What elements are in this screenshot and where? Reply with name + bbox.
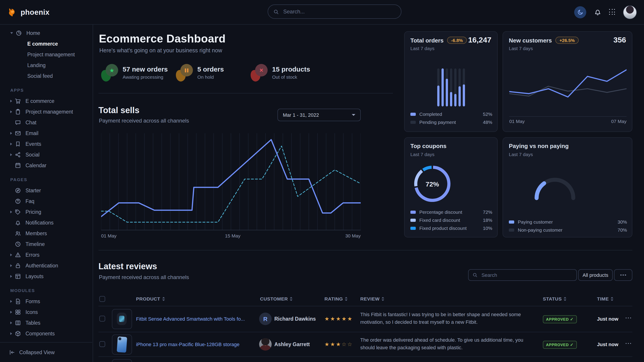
- sidebar-item-timeline[interactable]: Timeline: [0, 239, 93, 250]
- row-checkbox[interactable]: [99, 316, 105, 322]
- collapsed-view-label: Collapsed View: [19, 350, 54, 355]
- sort-icon: [564, 297, 567, 301]
- global-search-input[interactable]: [282, 8, 396, 15]
- grid-squares-icon: [15, 309, 21, 315]
- sidebar-item-label: Icons: [26, 310, 38, 315]
- moon-icon: [577, 9, 583, 15]
- x-axis-tick: 30 May: [334, 233, 361, 238]
- column-header-review[interactable]: REVIEW: [360, 296, 384, 301]
- customer-avatar[interactable]: [259, 338, 272, 351]
- sidebar-item-errors[interactable]: Errors: [0, 250, 93, 260]
- sidebar-item-project-management-home[interactable]: Project management: [0, 49, 93, 60]
- sort-icon: [611, 297, 614, 301]
- sidebar-child-label: Social feed: [27, 73, 53, 79]
- sidebar-item-authentication[interactable]: Authentication: [0, 260, 93, 271]
- row-actions-button[interactable]: [626, 343, 631, 344]
- question-circle-icon: [15, 198, 21, 204]
- product-link[interactable]: iPhone 13 pro max-Pacific Blue-128GB sto…: [136, 342, 240, 347]
- date-range-select[interactable]: Mar 1 - 31, 2022: [278, 109, 361, 121]
- sidebar-item-starter[interactable]: Starter: [0, 185, 93, 196]
- sort-icon: [381, 297, 384, 301]
- sidebar-item-chat[interactable]: Chat: [0, 117, 93, 128]
- column-header-time[interactable]: TIME: [597, 296, 614, 301]
- sidebar-item-members[interactable]: Members: [0, 228, 93, 239]
- sidebar-item-forms[interactable]: Forms: [0, 296, 93, 307]
- lock-icon: [15, 263, 21, 269]
- sidebar-item-label: Pricing: [26, 209, 41, 215]
- sidebar-item-layouts[interactable]: Layouts: [0, 271, 93, 282]
- collapsed-view-toggle[interactable]: Collapsed View: [0, 342, 92, 362]
- file-text-icon: [15, 298, 21, 305]
- sidebar-item-pricing[interactable]: Pricing: [0, 207, 93, 217]
- chevron-right-icon: [10, 100, 12, 102]
- sidebar-item-home[interactable]: Home: [0, 28, 93, 38]
- product-link[interactable]: Fitbit Sense Advanced Smartwatch with To…: [136, 316, 245, 322]
- column-header-status[interactable]: STATUS: [543, 296, 567, 301]
- select-all-checkbox[interactable]: [99, 296, 105, 302]
- x-axis-labels: 01 May 07 May: [509, 118, 626, 124]
- chevron-right-icon: [10, 143, 12, 145]
- sidebar-item-ecommerce-app[interactable]: E commerce: [0, 96, 93, 106]
- phoenix-logo[interactable]: phoenix: [7, 7, 50, 17]
- column-header-rating[interactable]: RATING: [324, 296, 348, 301]
- legend-label: Fixed card discount: [419, 217, 460, 223]
- sidebar-item-calendar[interactable]: Calendar: [0, 160, 93, 171]
- sidebar-item-label: Forms: [26, 299, 40, 304]
- section-divider: [98, 250, 632, 250]
- dark-mode-toggle[interactable]: [574, 6, 586, 18]
- sidebar-item-label: Notifications: [26, 220, 54, 225]
- total-orders-value: 16,247: [468, 36, 492, 45]
- tag-icon: [15, 209, 21, 215]
- sidebar-item-landing[interactable]: Landing: [0, 60, 93, 71]
- sidebar-item-faq[interactable]: Faq: [0, 196, 93, 207]
- column-header-product[interactable]: PRODUCT: [136, 296, 165, 301]
- user-avatar[interactable]: [623, 5, 637, 19]
- review-time: Just now: [597, 342, 618, 347]
- product-thumbnail-fitbit[interactable]: [112, 309, 132, 329]
- sidebar-item-events[interactable]: Events: [0, 139, 93, 149]
- apps-grid-icon[interactable]: [609, 9, 615, 15]
- global-search[interactable]: [268, 4, 402, 19]
- sidebar-item-project-management-app[interactable]: Project management: [0, 106, 93, 117]
- row-checkbox[interactable]: [99, 341, 105, 347]
- column-header-customer[interactable]: CUSTOMER: [260, 296, 293, 301]
- customer-avatar[interactable]: R: [259, 313, 272, 325]
- reviews-search[interactable]: [468, 269, 577, 281]
- sidebar-item-social[interactable]: Social: [0, 149, 93, 160]
- legend-label: Completed: [419, 111, 442, 117]
- column-label: TIME: [597, 296, 609, 301]
- status-badge: APPROVED: [543, 341, 577, 349]
- reviews-search-input[interactable]: [481, 272, 572, 278]
- sidebar-item-components[interactable]: Components: [0, 328, 93, 339]
- sidebar-item-tables[interactable]: Tables: [0, 318, 93, 328]
- sidebar-item-e-commerce-home[interactable]: E commerce: [0, 38, 93, 49]
- top-navbar: phoenix: [0, 0, 644, 24]
- column-label: CUSTOMER: [260, 296, 288, 301]
- sidebar-item-icons[interactable]: Icons: [0, 307, 93, 318]
- table-divider: [98, 357, 632, 357]
- row-actions-button[interactable]: [626, 318, 631, 319]
- section-divider: [98, 93, 393, 93]
- card-title: Total orders: [410, 37, 444, 44]
- latest-reviews-title: Latest reviews: [98, 262, 157, 272]
- sidebar-item-notifications[interactable]: Notifications: [0, 217, 93, 228]
- bell-icon[interactable]: [594, 8, 602, 16]
- chevron-right-icon: [10, 332, 12, 335]
- compass-icon: [15, 187, 21, 194]
- legend-completed: Completed 52%: [410, 111, 492, 117]
- legend-pending: Pending payment 48%: [410, 119, 492, 125]
- legend-value: 18%: [483, 217, 492, 223]
- product-thumbnail[interactable]: [112, 359, 132, 362]
- all-products-button[interactable]: All products: [578, 269, 613, 281]
- more-options-button[interactable]: [614, 269, 632, 281]
- sidebar-item-label: Members: [26, 231, 47, 236]
- stat-orders-on-hold: 5 orders On hold: [176, 63, 243, 81]
- new-orders-star-icon: ★: [101, 63, 118, 81]
- sort-icon: [290, 297, 293, 301]
- sidebar-child-label: Landing: [27, 63, 46, 68]
- x-axis-tick: 01 May: [101, 233, 116, 238]
- sidebar-item-email[interactable]: Email: [0, 128, 93, 139]
- chevron-right-icon: [10, 264, 12, 267]
- sidebar-item-social-feed[interactable]: Social feed: [0, 71, 93, 81]
- product-thumbnail-iphone[interactable]: [112, 335, 132, 355]
